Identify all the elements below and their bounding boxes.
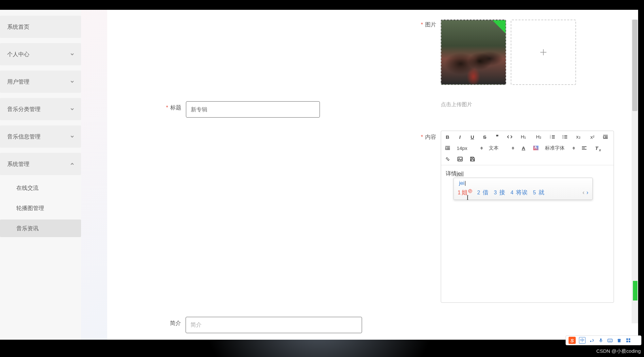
ime-keyboard-icon[interactable]	[607, 337, 613, 343]
row-title: 标题	[166, 101, 320, 118]
ime-status-bar[interactable]: S 中	[566, 335, 641, 345]
ol-button[interactable]: 123	[549, 134, 556, 140]
upload-add-button[interactable]	[511, 20, 576, 85]
nav-music-info[interactable]: 音乐信息管理	[0, 125, 81, 148]
ime-mode-chinese[interactable]: 中	[579, 337, 586, 344]
image-button[interactable]	[457, 156, 463, 162]
cloud-icon: ⊘	[468, 189, 472, 193]
indent-button[interactable]	[444, 145, 451, 151]
style-select[interactable]: 文本	[489, 145, 514, 151]
nav-label: 系统管理	[7, 160, 29, 168]
clear-format-button[interactable]: Tx	[593, 145, 600, 151]
upload-hint: 点击上传图片	[441, 101, 576, 108]
bold-button[interactable]: B	[444, 134, 451, 140]
label-intro: 简介	[166, 317, 186, 327]
image-content	[441, 33, 505, 84]
nav-label: 音乐信息管理	[7, 133, 41, 140]
nav-user-mgmt[interactable]: 用户管理	[0, 71, 81, 93]
ime-cand-2[interactable]: 2 借	[477, 188, 489, 196]
ime-candidates: 1姐⊘ 2 借 3 接 4 将诶 5 就 ‹›	[458, 188, 588, 196]
caret-icon	[480, 147, 483, 150]
nav-home[interactable]: 系统首页	[0, 16, 81, 38]
nav-label: 轮播图管理	[16, 204, 44, 212]
font-family-select[interactable]: 标准字体	[545, 145, 575, 151]
underline-button[interactable]: U	[469, 134, 476, 140]
chevron-down-icon	[70, 107, 74, 111]
plus-icon	[539, 48, 548, 57]
h1-button[interactable]: H₁	[519, 134, 528, 140]
nav-label: 在线交流	[16, 184, 39, 192]
svg-rect-37	[626, 338, 628, 340]
svg-rect-27	[471, 157, 473, 158]
upload-group: 点击上传图片	[441, 20, 576, 108]
nav-profile[interactable]: 个人中心	[0, 43, 81, 65]
outdent-button[interactable]	[602, 134, 609, 140]
chevron-left-icon: ‹	[583, 189, 585, 196]
italic-button[interactable]: I	[457, 134, 463, 140]
app-viewport: 系统首页 个人中心 用户管理 音乐分类管理 音乐信息管理 系统管理 在线交流 轮…	[0, 10, 638, 340]
chevron-up-icon	[70, 162, 74, 166]
nav-sub-online-chat[interactable]: 在线交流	[0, 179, 81, 197]
save-button[interactable]	[469, 156, 476, 162]
watermark: CSDN @小蔡coding	[596, 348, 641, 354]
editor-text: 详情jei|	[446, 170, 464, 177]
svg-rect-28	[471, 159, 474, 161]
nav-system-mgmt[interactable]: 系统管理	[0, 153, 81, 175]
svg-point-9	[563, 137, 563, 137]
svg-rect-39	[626, 341, 628, 342]
svg-rect-31	[608, 339, 612, 342]
ime-mic-icon[interactable]	[598, 337, 604, 343]
intro-input[interactable]	[186, 317, 362, 333]
ime-cand-1[interactable]: 1姐⊘	[458, 188, 472, 196]
side-indicator	[633, 281, 637, 300]
caret-icon	[512, 147, 514, 150]
nav-label: 个人中心	[7, 51, 29, 58]
bg-color-button[interactable]: A	[533, 145, 539, 151]
text-cursor: I	[467, 194, 469, 202]
ime-menu-icon[interactable]	[625, 337, 631, 343]
svg-point-26	[458, 158, 459, 159]
nav-music-category[interactable]: 音乐分类管理	[0, 98, 81, 120]
svg-point-29	[590, 341, 591, 342]
code-button[interactable]	[506, 134, 513, 140]
superscript-button[interactable]: x²	[588, 134, 597, 140]
ime-skin-icon[interactable]	[616, 337, 622, 343]
row-intro: 简介	[166, 317, 362, 333]
nav-sub-music-news[interactable]: 音乐资讯	[0, 219, 81, 237]
ime-punct-icon[interactable]	[589, 337, 595, 343]
link-button[interactable]	[444, 156, 451, 162]
ul-button[interactable]	[562, 134, 568, 140]
nav-label: 系统首页	[7, 23, 29, 31]
svg-text:3: 3	[550, 137, 551, 139]
sogou-logo-icon: S	[569, 337, 576, 344]
chevron-down-icon	[70, 134, 74, 139]
ime-cand-3[interactable]: 3 接	[494, 188, 505, 196]
subscript-button[interactable]: x₂	[574, 134, 583, 140]
ime-cand-4[interactable]: 4 将诶	[510, 188, 528, 196]
strike-button[interactable]: S	[482, 134, 488, 140]
quote-button[interactable]: ❞	[494, 134, 501, 140]
uploaded-image-thumb[interactable]	[441, 20, 506, 85]
chevron-right-icon: ›	[586, 189, 588, 196]
title-input[interactable]	[186, 101, 320, 118]
rich-editor: B I U S ❞ H₁ H₂ 123 x₂ x² 14px 文本	[441, 131, 614, 303]
ime-popup[interactable]: jei 1姐⊘ 2 借 3 接 4 将诶 5 就 ‹›	[454, 178, 593, 200]
font-size-select[interactable]: 14px	[457, 145, 483, 151]
nav-label: 音乐分类管理	[7, 105, 41, 113]
svg-rect-38	[629, 338, 630, 340]
ime-cand-5[interactable]: 5 就	[533, 188, 544, 196]
h2-button[interactable]: H₂	[534, 134, 543, 140]
chevron-down-icon	[70, 79, 74, 84]
ime-input: jei	[458, 180, 588, 187]
scrollbar-vertical[interactable]	[632, 20, 638, 323]
svg-point-10	[563, 138, 563, 138]
nav-sub-carousel[interactable]: 轮播图管理	[0, 199, 81, 217]
row-image: 图片 点击上传图片	[421, 20, 576, 108]
svg-rect-40	[629, 341, 630, 342]
ime-pager[interactable]: ‹›	[583, 189, 588, 196]
align-button[interactable]	[581, 145, 587, 151]
svg-rect-30	[600, 338, 602, 341]
editor-body[interactable]: 详情jei| jei 1姐⊘ 2 借 3 接 4 将诶 5 就 ‹› I	[441, 165, 614, 302]
text-color-button[interactable]: A	[520, 145, 527, 151]
scrollbar-thumb[interactable]	[632, 20, 637, 111]
